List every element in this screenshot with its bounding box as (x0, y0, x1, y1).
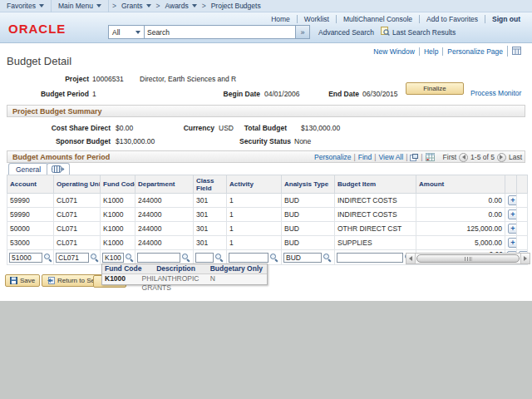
finalize-button[interactable]: Finalize (406, 82, 464, 95)
breadcrumb-awards[interactable]: Awards (163, 0, 198, 12)
add-to-favorites-link[interactable]: Add to Favorites (419, 15, 485, 23)
account-input[interactable] (9, 253, 42, 263)
operating-unit-lookup-icon[interactable] (90, 253, 99, 262)
last-search-results-link[interactable]: Last Search Results (392, 28, 456, 37)
breadcrumb-main-menu[interactable]: Main Menu (52, 0, 109, 12)
chevron-down-icon (96, 4, 101, 7)
cell-amount: 0.00 (416, 194, 505, 208)
column-header-class-field[interactable]: Class Field (194, 175, 227, 194)
cell-empty (517, 222, 528, 236)
cell-fund-code: K1000 (101, 222, 135, 236)
worklist-link[interactable]: Worklist (297, 15, 336, 23)
search-go-button[interactable]: » (296, 25, 310, 39)
chevron-down-icon (192, 4, 197, 7)
sponsor-budget-value: $130,000.00 (116, 137, 155, 145)
cell-budget-item: SUPPLIES (335, 236, 416, 250)
add-row-button[interactable]: + (508, 224, 517, 234)
breadcrumb-favorites[interactable]: Favorites (0, 0, 52, 12)
lookup-fund-code-value: K1000 (102, 274, 142, 284)
save-button[interactable]: Save (5, 274, 40, 287)
column-header-budget-item[interactable]: Budget Item (335, 175, 416, 194)
page-action-links: New Window Help Personalize Page (369, 46, 525, 57)
scroll-right-arrow-icon[interactable] (520, 254, 530, 264)
breadcrumb-grants[interactable]: Grants (120, 0, 153, 12)
download-to-excel-icon[interactable] (426, 153, 435, 161)
header-links: Home Worklist MultiChannel Console Add t… (264, 15, 527, 23)
account-lookup-icon[interactable] (43, 253, 52, 262)
h-scrollbar[interactable] (406, 253, 530, 264)
show-all-columns-tab[interactable] (47, 163, 70, 175)
new-window-link[interactable]: New Window (369, 47, 419, 56)
column-header-amount[interactable]: Amount (416, 175, 505, 194)
pager-first-label[interactable]: First (443, 151, 457, 163)
tab-general[interactable]: General (8, 163, 48, 175)
pager-previous-icon[interactable] (459, 153, 468, 162)
sign-out-link[interactable]: Sign out (485, 15, 527, 23)
pager-last-label[interactable]: Last (509, 151, 522, 163)
lookup-popup-header: Fund Code Description Budgetary Only (102, 264, 267, 274)
cell-account: 59990 (7, 208, 54, 222)
personalize-page-link[interactable]: Personalize Page (442, 47, 507, 56)
add-row-button[interactable]: + (508, 209, 517, 219)
personalize-link[interactable]: Personalize (314, 151, 351, 163)
breadcrumb-current-label: Project Budgets (211, 2, 261, 10)
add-row-button[interactable]: + (508, 238, 517, 248)
column-header-department[interactable]: Department (135, 175, 194, 194)
cell-fund-code: K1000 (101, 194, 135, 208)
breadcrumb-awards-label: Awards (165, 2, 188, 10)
department-input[interactable] (137, 253, 180, 263)
class-field-input[interactable] (195, 253, 214, 263)
analysis-type-input[interactable] (283, 253, 322, 263)
budget-period-value: 1 (92, 90, 96, 98)
operating-unit-input[interactable] (56, 253, 89, 263)
find-link[interactable]: Find (358, 151, 372, 163)
fund-code-lookup-icon[interactable] (125, 253, 134, 262)
last-search-results-icon (381, 27, 390, 37)
cell-operating-unit: CL071 (54, 222, 101, 236)
cell-budget-item: OTHR DIRECT CST (335, 222, 416, 236)
search-input[interactable] (145, 25, 296, 39)
column-header-activity[interactable]: Activity (227, 175, 282, 194)
cell-class-field: 301 (194, 194, 227, 208)
cell-analysis-type: BUD (282, 208, 335, 222)
pager-next-icon[interactable] (497, 153, 506, 162)
pager-range: 1-5 of 5 (470, 151, 495, 163)
advanced-search-link[interactable]: Advanced Search (318, 28, 374, 37)
begin-date-label: Begin Date (210, 90, 260, 98)
scroll-left-arrow-icon[interactable] (406, 254, 416, 264)
popout-grid-icon[interactable] (410, 154, 418, 161)
search-scope-select[interactable]: All (108, 25, 145, 39)
cell-amount: 0.00 (416, 208, 505, 222)
column-header-account[interactable]: Account (7, 175, 54, 194)
currency-label: Currency (165, 124, 214, 132)
column-header-operating-unit[interactable]: Operating Unit (54, 175, 101, 194)
activity-input[interactable] (229, 253, 268, 263)
cell-department: 244000 (135, 194, 194, 208)
column-header-fund-code[interactable]: Fund Code (101, 175, 135, 194)
cell-fund-code: K1000 (101, 236, 135, 250)
view-all-link[interactable]: View All (379, 151, 404, 163)
scroll-thumb[interactable] (416, 254, 520, 263)
activity-lookup-icon[interactable] (269, 253, 278, 262)
breadcrumb: Favorites Main Menu > Grants > Awards > … (0, 0, 532, 12)
home-link[interactable]: Home (264, 15, 297, 23)
multichannel-console-link[interactable]: MultiChannel Console (336, 15, 419, 23)
copy-url-icon[interactable] (507, 46, 525, 57)
cell-analysis-type: BUD (282, 194, 335, 208)
project-id: 10006531 (92, 75, 124, 83)
fund-code-input[interactable] (102, 253, 124, 263)
lookup-result-row[interactable]: K1000 PHILANTHROPIC GRANTS N (102, 274, 267, 284)
analysis-type-lookup-icon[interactable] (323, 253, 332, 262)
breadcrumb-separator: > (153, 2, 164, 10)
add-row-button[interactable]: + (508, 195, 517, 205)
project-description: Director, Earth Sciences and R (140, 75, 236, 83)
cell-activity: 1 (227, 194, 282, 208)
column-header-analysis-type[interactable]: Analysis Type (282, 175, 335, 194)
department-lookup-icon[interactable] (181, 253, 190, 262)
help-link[interactable]: Help (419, 47, 442, 56)
budget-item-input[interactable] (337, 253, 403, 263)
cell-class-field: 301 (194, 236, 227, 250)
process-monitor-link[interactable]: Process Monitor (470, 89, 521, 97)
cell-activity: 1 (227, 208, 282, 222)
class-field-lookup-icon[interactable] (214, 253, 224, 262)
